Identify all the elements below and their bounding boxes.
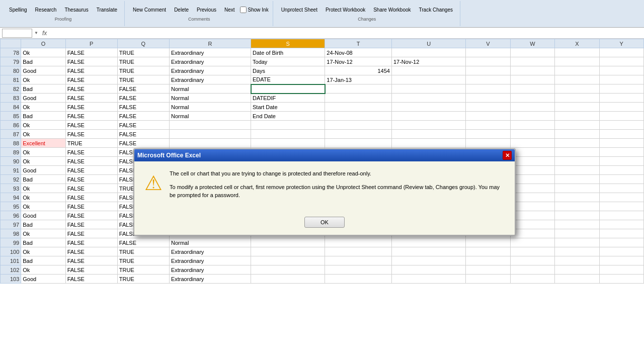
- dialog-titlebar: Microsoft Office Excel ✕: [134, 149, 515, 161]
- dialog-close-button[interactable]: ✕: [503, 151, 512, 160]
- warning-icon: ⚠: [144, 171, 163, 195]
- dialog-text: The cell or chart that you are trying to…: [170, 169, 505, 205]
- dialog-title: Microsoft Office Excel: [137, 152, 201, 159]
- spreadsheet-container: OPQRSTUVWXY78OkFALSETRUEExtraordinaryDat…: [0, 39, 644, 362]
- dialog: Microsoft Office Excel ✕ ⚠ The cell or c…: [133, 148, 516, 236]
- dialog-footer: OK: [134, 213, 515, 235]
- dialog-message2: To modify a protected cell or chart, fir…: [170, 183, 505, 200]
- dialog-overlay: Microsoft Office Excel ✕ ⚠ The cell or c…: [0, 39, 644, 362]
- dialog-body: ⚠ The cell or chart that you are trying …: [134, 161, 515, 213]
- dialog-message1: The cell or chart that you are trying to…: [170, 169, 505, 178]
- ok-button[interactable]: OK: [304, 217, 345, 228]
